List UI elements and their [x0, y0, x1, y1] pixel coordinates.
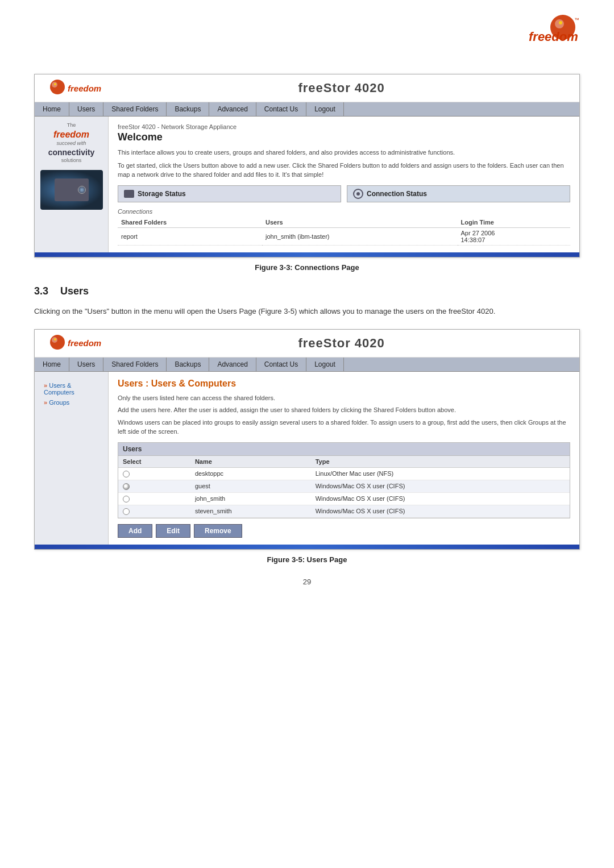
- sidebar-logo-1: The freedom succeed with connectivity so…: [39, 122, 103, 164]
- col-select: Select: [118, 456, 190, 468]
- col-type: Type: [311, 456, 570, 468]
- col-users: Users: [262, 217, 457, 228]
- sidebar-connectivity-1: connectivity: [39, 147, 103, 157]
- hdd-icon-1: [55, 178, 89, 201]
- figure1-caption: Figure 3-3: Connections Page: [34, 263, 580, 272]
- freedom-logo-icon: freedom ™: [529, 11, 580, 51]
- top-logo-area: freedom ™: [0, 0, 614, 63]
- connection-status-box: Connection Status: [347, 185, 570, 202]
- users-table-header: Users: [118, 443, 570, 456]
- svg-point-12: [54, 338, 56, 340]
- radio-desktoppc[interactable]: [123, 471, 130, 477]
- row-name-3: john_smith: [190, 492, 311, 505]
- nav-logout-2[interactable]: Logout: [306, 358, 344, 371]
- row-select-2[interactable]: [118, 480, 190, 492]
- app-logo-label-1: freedom: [68, 84, 101, 93]
- radio-steven[interactable]: [123, 508, 130, 515]
- users-desc3: Windows users can be placed into groups …: [118, 418, 570, 437]
- nav-contact-2[interactable]: Contact Us: [256, 358, 306, 371]
- row-type-1: Linux/Other Mac user (NFS): [311, 467, 570, 480]
- row-type-2: Windows/Mac OS X user (CIFS): [311, 480, 570, 492]
- row-select-1[interactable]: [118, 467, 190, 480]
- svg-text:freedom: freedom: [529, 30, 578, 44]
- conn-user: john_smith (ibm-taster): [262, 227, 457, 245]
- nav-shared-2[interactable]: Shared Folders: [103, 358, 167, 371]
- connections-title: Connections: [118, 208, 570, 215]
- remove-button[interactable]: Remove: [194, 524, 242, 538]
- row-type-4: Windows/Mac OS X user (CIFS): [311, 505, 570, 517]
- add-button[interactable]: Add: [118, 524, 152, 538]
- sidebar-1: The freedom succeed with connectivity so…: [35, 117, 109, 252]
- sidebar-links-2: Users & Computers Groups: [39, 377, 103, 414]
- app-logo-2: freedom: [42, 334, 101, 352]
- row-name-4: steven_smith: [190, 505, 311, 517]
- edit-button[interactable]: Edit: [156, 524, 190, 538]
- status-row-1: Storage Status Connection Status: [118, 185, 570, 202]
- blue-bar-1: [35, 252, 579, 257]
- sidebar-succeed-1: succeed with: [39, 140, 103, 147]
- sidebar-link-groups[interactable]: Groups: [44, 399, 99, 406]
- app-header-1: freeStor 4020 freedom freeStor 4020: [35, 74, 579, 102]
- storage-status-box: Storage Status: [118, 185, 341, 202]
- table-row: guest Windows/Mac OS X user (CIFS): [118, 480, 570, 492]
- nav-logout-1[interactable]: Logout: [306, 102, 344, 116]
- welcome-para2-1: To get started, click the Users button a…: [118, 161, 570, 180]
- sidebar-freedom-1: freedom: [39, 129, 103, 141]
- table-row: steven_smith Windows/Mac OS X user (CIFS…: [118, 505, 570, 517]
- row-name-1: desktoppc: [190, 467, 311, 480]
- top-logo: freedom ™: [529, 11, 580, 51]
- nav-backups-2[interactable]: Backups: [167, 358, 209, 371]
- sidebar-brand-1: The freedom succeed with connectivity so…: [39, 122, 103, 164]
- nav-bar-2: Home Users Shared Folders Backups Advanc…: [35, 358, 579, 372]
- app-title-2: freeStor 4020: [110, 336, 572, 351]
- app-logo-label-2: freedom: [68, 338, 101, 348]
- section-body: Clicking on the "Users" button in the me…: [34, 305, 580, 318]
- users-page-title: Users : Users & Computers: [118, 379, 570, 389]
- nav-shared-1[interactable]: Shared Folders: [103, 102, 167, 116]
- welcome-subtitle-1: freeStor 4020 - Network Storage Applianc…: [118, 123, 570, 130]
- action-buttons: Add Edit Remove: [118, 524, 570, 538]
- row-select-4[interactable]: [118, 505, 190, 517]
- figure2-caption: Figure 3-5: Users Page: [34, 555, 580, 564]
- col-shared-folders: Shared Folders: [118, 217, 262, 228]
- row-select-3[interactable]: [118, 492, 190, 505]
- section-title: Users: [60, 285, 89, 297]
- section-number: 3.3: [34, 285, 48, 297]
- table-row: desktoppc Linux/Other Mac user (NFS): [118, 467, 570, 480]
- table-row: john_smith Windows/Mac OS X user (CIFS): [118, 492, 570, 505]
- svg-point-2: [559, 21, 562, 24]
- sidebar-solutions-1: solutions: [39, 157, 103, 164]
- col-login-time: Login Time: [458, 217, 571, 228]
- col-name: Name: [190, 456, 311, 468]
- row-type-3: Windows/Mac OS X user (CIFS): [311, 492, 570, 505]
- radio-guest[interactable]: [123, 483, 130, 490]
- section-heading: 3.3 Users: [34, 285, 580, 297]
- svg-point-9: [356, 192, 360, 196]
- nav-home-2[interactable]: Home: [35, 358, 69, 371]
- page-number: 29: [34, 578, 580, 586]
- svg-point-5: [50, 80, 65, 94]
- connections-table: Shared Folders Users Login Time report j…: [118, 217, 570, 246]
- nav-advanced-2[interactable]: Advanced: [209, 358, 256, 371]
- conn-login-time: Apr 27 200614:38:07: [458, 227, 571, 245]
- svg-text:™: ™: [574, 17, 579, 23]
- connection-status-label: Connection Status: [367, 190, 427, 198]
- users-desc2: Add the users here. After the user is ad…: [118, 405, 570, 415]
- nav-advanced-1[interactable]: Advanced: [209, 102, 256, 116]
- nav-users-1[interactable]: Users: [69, 102, 103, 116]
- app-body-2: Users & Computers Groups Users : Users &…: [35, 372, 579, 545]
- radio-john[interactable]: [123, 496, 130, 502]
- storage-status-label: Storage Status: [138, 190, 186, 198]
- nav-users-2[interactable]: Users: [69, 358, 103, 371]
- nav-backups-1[interactable]: Backups: [167, 102, 209, 116]
- connections-section: Connections Shared Folders Users Login T…: [118, 208, 570, 246]
- conn-folder: report: [118, 227, 262, 245]
- nav-home-1[interactable]: Home: [35, 102, 69, 116]
- app-body-1: The freedom succeed with connectivity so…: [35, 117, 579, 252]
- users-desc1: Only the users listed here can access th…: [118, 393, 570, 403]
- sidebar-link-users[interactable]: Users & Computers: [44, 382, 99, 396]
- nav-contact-1[interactable]: Contact Us: [256, 102, 306, 116]
- row-name-2: guest: [190, 480, 311, 492]
- main-content-2: Users : Users & Computers Only the users…: [109, 372, 579, 545]
- welcome-title-1: Welcome: [118, 131, 570, 143]
